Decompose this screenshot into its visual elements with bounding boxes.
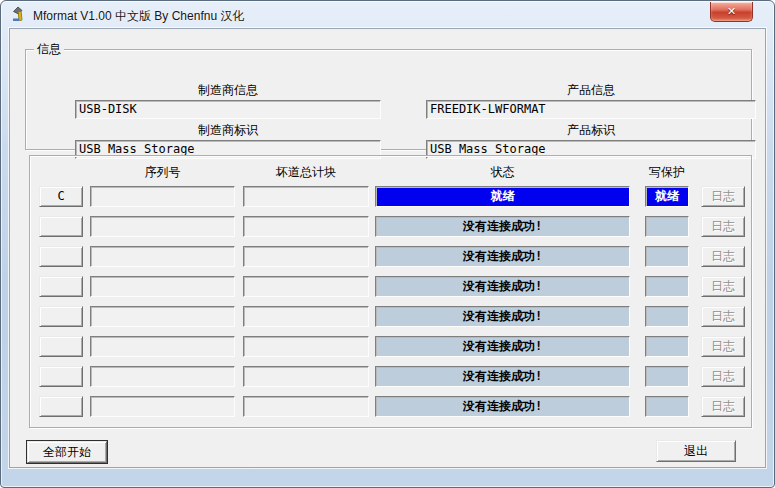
status-indicator: 没有连接成功! (375, 246, 630, 267)
product-id-label: 产品标识 (426, 122, 756, 139)
bad-blocks-field[interactable] (243, 336, 369, 357)
status-indicator: 没有连接成功! (375, 306, 630, 327)
drive-button[interactable] (39, 336, 83, 357)
table-row: 没有连接成功! 日志 (10, 336, 765, 357)
status-indicator: 没有连接成功! (375, 276, 630, 297)
bad-blocks-field[interactable] (243, 216, 369, 237)
drive-button[interactable] (39, 246, 83, 267)
serial-field[interactable] (90, 396, 235, 417)
write-protect-indicator: 就绪 (645, 186, 689, 207)
status-indicator: 没有连接成功! (375, 336, 630, 357)
write-protect-indicator (645, 306, 689, 327)
info-legend: 信息 (34, 42, 64, 56)
status-indicator: 没有连接成功! (375, 366, 630, 387)
table-row: 没有连接成功! 日志 (10, 246, 765, 267)
start-all-button[interactable]: 全部开始 (27, 441, 107, 463)
log-button[interactable]: 日志 (701, 306, 745, 327)
table-row: 没有连接成功! 日志 (10, 396, 765, 417)
app-window: Mformat V1.00 中文版 By Chenfnu 汉化 ✕ 信息 制造商… (0, 0, 775, 488)
log-button[interactable]: 日志 (701, 216, 745, 237)
info-groupbox: 信息 制造商信息 USB-DISK 制造商标识 USB Mass Storage… (25, 49, 752, 150)
table-row: 没有连接成功! 日志 (10, 216, 765, 237)
manufacturer-info-field[interactable]: USB-DISK (75, 100, 381, 119)
serial-field[interactable] (90, 336, 235, 357)
bad-blocks-field[interactable] (243, 246, 369, 267)
log-button[interactable]: 日志 (701, 396, 745, 417)
serial-field[interactable] (90, 306, 235, 327)
write-protect-indicator (645, 246, 689, 267)
serial-field[interactable] (90, 246, 235, 267)
table-row: 没有连接成功! 日志 (10, 306, 765, 327)
log-button[interactable]: 日志 (701, 276, 745, 297)
close-button[interactable]: ✕ (710, 2, 753, 22)
exit-button[interactable]: 退出 (656, 440, 736, 462)
log-button[interactable]: 日志 (701, 336, 745, 357)
log-button[interactable]: 日志 (701, 186, 745, 207)
product-info-field[interactable]: FREEDIK-LWFORMAT (426, 100, 756, 119)
serial-field[interactable] (90, 276, 235, 297)
client-area: 信息 制造商信息 USB-DISK 制造商标识 USB Mass Storage… (9, 28, 766, 468)
bad-blocks-field[interactable] (243, 186, 369, 207)
write-protect-indicator (645, 336, 689, 357)
drive-button[interactable] (39, 276, 83, 297)
manufacturer-id-label: 制造商标识 (75, 122, 381, 139)
status-indicator: 没有连接成功! (375, 396, 630, 417)
write-protect-column-header: 写保护 (645, 164, 689, 181)
drive-button[interactable]: C (39, 186, 83, 207)
manufacturer-info-label: 制造商信息 (75, 82, 381, 99)
status-column-header: 状态 (375, 164, 630, 181)
status-indicator: 没有连接成功! (375, 216, 630, 237)
close-icon: ✕ (727, 5, 736, 17)
serial-column-header: 序列号 (90, 164, 235, 181)
bad-blocks-field[interactable] (243, 396, 369, 417)
drive-button[interactable] (39, 216, 83, 237)
window-title: Mformat V1.00 中文版 By Chenfnu 汉化 (33, 8, 244, 25)
drive-button[interactable] (39, 396, 83, 417)
log-button[interactable]: 日志 (701, 366, 745, 387)
product-info-label: 产品信息 (426, 82, 756, 99)
serial-field[interactable] (90, 186, 235, 207)
status-indicator: 就绪 (375, 186, 630, 207)
bad-blocks-field[interactable] (243, 276, 369, 297)
title-bar: Mformat V1.00 中文版 By Chenfnu 汉化 ✕ (1, 1, 774, 28)
bad-blocks-column-header: 坏道总计块 (243, 164, 369, 181)
write-protect-indicator (645, 396, 689, 417)
bad-blocks-field[interactable] (243, 306, 369, 327)
table-row: C 就绪 就绪 日志 (10, 186, 765, 207)
drive-button[interactable] (39, 366, 83, 387)
table-row: 没有连接成功! 日志 (10, 276, 765, 297)
hammer-icon (12, 6, 28, 22)
table-row: 没有连接成功! 日志 (10, 366, 765, 387)
bad-blocks-field[interactable] (243, 366, 369, 387)
serial-field[interactable] (90, 216, 235, 237)
log-button[interactable]: 日志 (701, 246, 745, 267)
write-protect-indicator (645, 276, 689, 297)
write-protect-indicator (645, 216, 689, 237)
drive-button[interactable] (39, 306, 83, 327)
serial-field[interactable] (90, 366, 235, 387)
write-protect-indicator (645, 366, 689, 387)
